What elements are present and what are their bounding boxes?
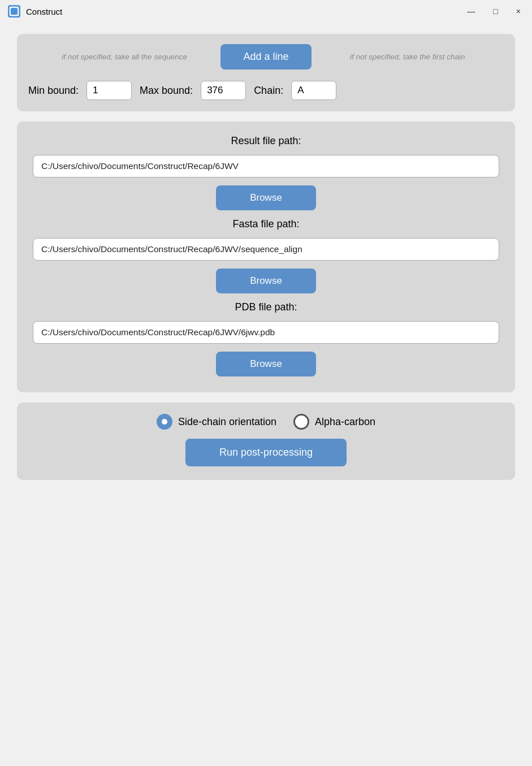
alpha-carbon-label: Alpha-carbon (315, 416, 375, 428)
pdb-path-input[interactable] (33, 321, 499, 344)
hint-right: if not specified, take the first chain (312, 53, 504, 61)
bounds-row: Min bound: Max bound: Chain: (28, 81, 504, 100)
options-panel: Side-chain orientation Alpha-carbon Run … (17, 403, 515, 480)
result-path-label: Result file path: (231, 135, 301, 147)
result-path-input[interactable] (33, 155, 499, 178)
app-title: Construct (26, 7, 464, 16)
window-controls: — □ × (464, 6, 524, 16)
max-bound-label: Max bound: (140, 85, 193, 97)
sequence-panel: if not specified, take all the sequence … (17, 34, 515, 111)
chain-label: Chain: (254, 85, 283, 97)
max-bound-input[interactable] (201, 81, 246, 100)
title-bar: Construct — □ × (0, 0, 532, 23)
svg-rect-1 (11, 8, 18, 15)
pdb-browse-button[interactable]: Browse (216, 352, 316, 376)
add-line-button[interactable]: Add a line (220, 44, 311, 70)
fasta-browse-button[interactable]: Browse (216, 269, 316, 293)
run-button[interactable]: Run post-processing (185, 439, 347, 466)
side-chain-radio[interactable] (157, 414, 172, 430)
add-line-row: if not specified, take all the sequence … (28, 44, 504, 70)
alpha-carbon-option[interactable]: Alpha-carbon (293, 414, 375, 430)
hint-left: if not specified, take all the sequence (28, 53, 220, 61)
file-panel: Result file path: Browse Fasta file path… (17, 122, 515, 392)
minimize-button[interactable]: — (464, 6, 478, 16)
app-logo (8, 5, 20, 18)
result-browse-button[interactable]: Browse (216, 185, 316, 210)
radio-row: Side-chain orientation Alpha-carbon (157, 414, 375, 430)
fasta-path-label: Fasta file path: (232, 218, 299, 230)
side-chain-option[interactable]: Side-chain orientation (157, 414, 276, 430)
min-bound-input[interactable] (86, 81, 132, 100)
pdb-path-label: PDB file path: (235, 301, 297, 313)
maximize-button[interactable]: □ (490, 6, 501, 16)
fasta-path-input[interactable] (33, 238, 499, 261)
side-chain-label: Side-chain orientation (178, 416, 276, 428)
min-bound-label: Min bound: (28, 85, 79, 97)
main-content: if not specified, take all the sequence … (0, 23, 532, 766)
chain-input[interactable] (291, 81, 336, 100)
close-button[interactable]: × (513, 6, 524, 16)
alpha-carbon-radio[interactable] (293, 414, 309, 430)
